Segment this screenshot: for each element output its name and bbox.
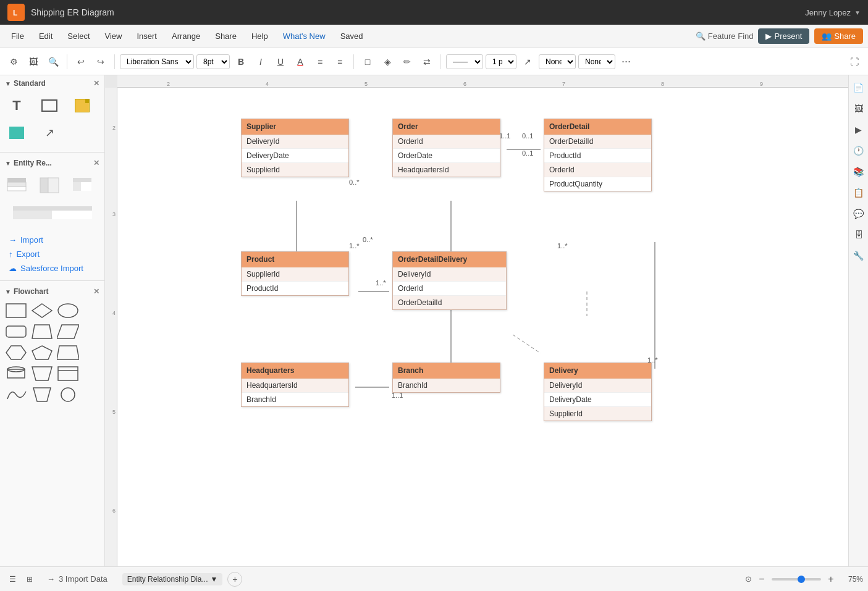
entity-close-button[interactable]: ✕ (93, 159, 99, 167)
list-view-button[interactable]: ☰ (5, 572, 20, 587)
note-shape[interactable] (70, 94, 94, 117)
flowchart-close-button[interactable]: ✕ (93, 287, 99, 296)
arrow-shape[interactable]: ↗ (38, 121, 61, 145)
zoom-in-button[interactable]: + (825, 573, 837, 585)
user-dropdown-arrow[interactable]: ▼ (854, 9, 861, 16)
menu-arrange[interactable]: Arrange (166, 29, 206, 43)
er-table-supplier[interactable]: Supplier DeliveryId DeliveryDate Supplie… (241, 119, 349, 177)
search-button[interactable]: 🔍 (44, 53, 62, 70)
right-panel-clipboard-icon[interactable]: 📋 (850, 184, 867, 201)
flow-oval[interactable] (57, 302, 79, 319)
menu-insert[interactable]: Insert (130, 29, 163, 43)
font-size-select[interactable]: 8pt 10pt 12pt (196, 54, 230, 69)
line-style-select[interactable]: —— (446, 54, 483, 69)
menu-share[interactable]: Share (209, 29, 243, 43)
share-button[interactable]: 👥 Share (814, 28, 863, 44)
undo-button[interactable]: ↩ (72, 53, 90, 70)
text-shape[interactable]: T (5, 94, 28, 117)
line-style-button[interactable]: ✏ (398, 53, 416, 70)
teal-shape[interactable] (5, 121, 28, 145)
er-table-shape-3[interactable] (70, 174, 94, 197)
er-table-headquarters[interactable]: Headquarters HeadquartersId BranchId (241, 363, 349, 407)
menu-help[interactable]: Help (245, 29, 274, 43)
rectangle-shape[interactable] (38, 94, 61, 117)
right-panel-settings-icon[interactable]: 🔧 (850, 247, 867, 264)
standard-close-button[interactable]: ✕ (93, 79, 99, 88)
italic-button[interactable]: I (252, 53, 269, 70)
more-options-button[interactable]: ··· (618, 52, 634, 70)
image-button[interactable]: 🖼 (25, 53, 42, 70)
er-wide-shape[interactable] (5, 202, 99, 225)
grid-view-button[interactable]: ⊞ (22, 572, 37, 587)
fullscreen-button[interactable]: ⛶ (846, 53, 863, 70)
import-data-button[interactable]: → 3 Import Data (42, 572, 112, 586)
menu-edit[interactable]: Edit (33, 29, 59, 43)
er-table-order[interactable]: Order OrderId OrderDate HeadquartersId (392, 119, 500, 177)
flowchart-panel-header[interactable]: ▼ Flowchart ✕ (0, 283, 104, 300)
er-table-product[interactable]: Product SupplierId ProductId (241, 251, 349, 296)
right-panel-layers-icon[interactable]: 📚 (850, 163, 867, 180)
flow-wave[interactable] (5, 386, 27, 403)
bold-button[interactable]: B (232, 53, 250, 70)
flow-rect-2[interactable] (57, 365, 79, 382)
er-table-orderdetaildelivery[interactable]: OrderDetailDelivery DeliveryId OrderId O… (392, 251, 507, 310)
shape-button[interactable]: □ (359, 53, 376, 70)
user-name[interactable]: Jenny Lopez (805, 8, 851, 17)
er-table-branch[interactable]: Branch BranchId (392, 363, 500, 393)
zoom-fit-icon[interactable]: ⊙ (745, 574, 752, 584)
right-panel-page-icon[interactable]: 📄 (850, 79, 867, 96)
add-page-button[interactable]: + (227, 572, 242, 587)
right-panel-data-icon[interactable]: 🗄 (850, 226, 867, 243)
font-family-select[interactable]: Liberation Sans (120, 54, 194, 69)
er-table-shape-1[interactable] (5, 174, 28, 197)
er-table-orderdetail[interactable]: OrderDetail OrderDetailId ProductId Orde… (544, 119, 652, 191)
standard-panel-header[interactable]: ▼ Standard ✕ (0, 75, 104, 91)
flow-trapezoid[interactable] (31, 323, 53, 340)
canvas-area[interactable]: 2 4 5 6 7 8 9 2 3 4 5 6 (105, 75, 848, 566)
fill-button[interactable]: ◈ (379, 53, 396, 70)
font-color-button[interactable]: A (292, 53, 309, 70)
flow-circle[interactable] (57, 386, 79, 403)
menu-select[interactable]: Select (61, 29, 96, 43)
connection-button[interactable]: ⇄ (418, 53, 436, 70)
align-left-button[interactable]: ≡ (311, 53, 329, 70)
import-button[interactable]: → Import (5, 233, 99, 247)
start-arrow-select[interactable]: None (539, 54, 576, 69)
present-button[interactable]: ▶ Present (758, 28, 809, 44)
redo-button[interactable]: ↪ (92, 53, 109, 70)
waypoint-button[interactable]: ↗ (519, 53, 536, 70)
zoom-out-button[interactable]: − (756, 573, 768, 585)
right-panel-image-icon[interactable]: 🖼 (850, 100, 867, 117)
flow-trapezoid-2[interactable] (31, 365, 53, 382)
format-plugin-button[interactable]: ⚙ (5, 53, 22, 70)
flow-rect[interactable] (5, 302, 27, 319)
right-panel-comment-icon[interactable]: 💬 (850, 205, 867, 222)
salesforce-import-button[interactable]: ☁ Salesforce Import (5, 261, 99, 275)
flow-parallelogram[interactable] (57, 323, 79, 340)
flow-cylinder[interactable] (5, 365, 27, 382)
right-panel-video-icon[interactable]: ▶ (850, 121, 867, 138)
menu-view[interactable]: View (99, 29, 129, 43)
menu-file[interactable]: File (5, 29, 30, 43)
end-arrow-select[interactable]: None (578, 54, 615, 69)
er-table-delivery[interactable]: Delivery DeliveryId DeliveryDate Supplie… (544, 363, 652, 421)
er-table-shape-2[interactable] (38, 174, 61, 197)
flow-hexagon[interactable] (5, 344, 27, 361)
zoom-slider-thumb[interactable] (798, 576, 805, 583)
export-button[interactable]: ↑ Export (5, 247, 99, 261)
line-weight-select[interactable]: 1 px (486, 54, 516, 69)
flow-trapezoid-3[interactable] (31, 386, 53, 403)
flow-parallelogram-2[interactable] (57, 344, 79, 361)
flow-rect-rounded[interactable] (5, 323, 27, 340)
feature-find-button[interactable]: 🔍 Feature Find (696, 31, 754, 41)
flow-pentagon[interactable] (31, 344, 53, 361)
right-panel-clock-icon[interactable]: 🕐 (850, 142, 867, 159)
entity-panel-header[interactable]: ▼ Entity Re... ✕ (0, 155, 104, 171)
flow-diamond[interactable] (31, 302, 53, 319)
diagram-canvas[interactable]: 1..1 0..1 0..1 1..* 0..* 1..* 1..1 0..* … (117, 88, 848, 566)
zoom-slider[interactable] (772, 578, 821, 581)
underline-button[interactable]: U (272, 53, 289, 70)
menu-whats-new[interactable]: What's New (277, 29, 332, 43)
diagram-type-selector[interactable]: Entity Relationship Dia... ▼ (122, 573, 223, 585)
align-right-button[interactable]: ≡ (331, 53, 348, 70)
